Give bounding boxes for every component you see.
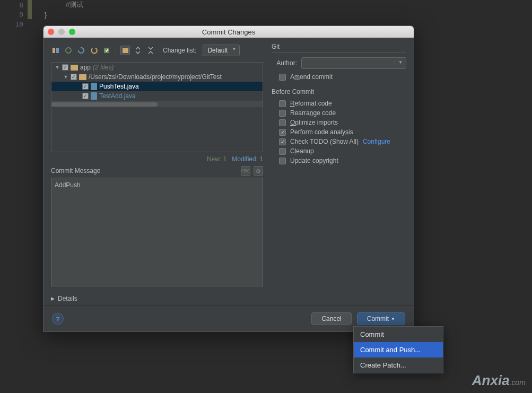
checkbox[interactable]: [279, 138, 286, 145]
commit-button[interactable]: Commit▼: [357, 312, 405, 325]
opt-label: Perform code analysis: [290, 128, 353, 136]
chevron-right-icon: ▶: [51, 296, 55, 301]
revert-icon[interactable]: [89, 46, 99, 55]
cancel-button[interactable]: Cancel: [311, 312, 351, 325]
checkbox[interactable]: ✓: [82, 83, 89, 90]
checkbox[interactable]: [279, 74, 286, 81]
configure-link[interactable]: Configure: [363, 138, 390, 145]
tree-label: app: [80, 64, 91, 71]
details-toggle[interactable]: ▶ Details: [51, 295, 263, 302]
commit-message-label: Commit Message: [51, 167, 100, 174]
code-comment: //测试: [45, 0, 83, 10]
menu-item-commit[interactable]: Commit: [354, 327, 443, 342]
author-combo[interactable]: [301, 57, 406, 69]
opt-label: Rearrange code: [290, 109, 336, 117]
svg-point-2: [66, 48, 71, 53]
expand-all-icon[interactable]: [133, 46, 143, 55]
commit-message-input[interactable]: [51, 178, 263, 286]
svg-rect-3: [104, 48, 109, 53]
amend-label: Amend commit: [290, 73, 333, 81]
checkbox[interactable]: [279, 100, 286, 107]
line-num: 9: [0, 11, 28, 19]
checkbox[interactable]: ✓: [62, 64, 68, 71]
line-num: 10: [0, 20, 28, 28]
checkbox[interactable]: [279, 119, 286, 126]
code-brace: }: [45, 10, 83, 19]
svg-rect-1: [56, 48, 59, 53]
tree-file[interactable]: ✓ TestAdd.java: [51, 91, 263, 101]
changelist-select[interactable]: Default: [203, 45, 240, 56]
changelist-label: Change list:: [163, 47, 196, 54]
menu-item-create-patch[interactable]: Create Patch...: [354, 357, 443, 373]
tree-file[interactable]: ✓ PushTest.java: [51, 82, 263, 91]
history-icon[interactable]: ◷: [254, 166, 263, 176]
tree-label: PushTest.java: [99, 83, 139, 90]
opt-label: Reformat code: [290, 100, 332, 107]
file-count: (2 files): [93, 64, 114, 71]
chevron-down-icon[interactable]: ▼: [55, 65, 60, 70]
svg-rect-0: [53, 48, 55, 53]
commit-menu: Commit Commit and Push... Create Patch..…: [353, 326, 443, 373]
commit-dialog: Commit Changes Change list: Default ▼ ✓: [43, 25, 414, 332]
folder-icon: [71, 65, 78, 71]
file-tree[interactable]: ▼ ✓ app (2 files) ▼ ✓ /Users/zsl/Downloa…: [51, 62, 263, 152]
line-num: 8: [0, 1, 28, 9]
checkbox[interactable]: ✓: [71, 74, 77, 80]
checkbox[interactable]: [279, 110, 286, 117]
checkbox[interactable]: [279, 158, 286, 164]
chevron-down-icon[interactable]: ▼: [63, 74, 68, 80]
watermark: Anxia.com: [472, 372, 526, 389]
checkbox[interactable]: [279, 148, 286, 155]
tree-label: TestAdd.java: [99, 92, 136, 100]
new-changelist-icon[interactable]: [102, 46, 111, 55]
tree-root[interactable]: ▼ ✓ app (2 files): [51, 63, 263, 72]
opt-label: Cleanup: [290, 147, 314, 155]
tree-path[interactable]: ▼ ✓ /Users/zsl/Downloads/project/myproje…: [51, 72, 263, 82]
java-file-icon: [91, 83, 97, 90]
move-to-changelist-icon[interactable]: [64, 46, 73, 55]
refresh-icon[interactable]: [76, 46, 86, 55]
show-diff-icon[interactable]: [51, 46, 60, 55]
folder-icon: [79, 74, 86, 80]
before-commit-header: Before Commit: [272, 88, 406, 95]
menu-item-commit-push[interactable]: Commit and Push...: [354, 342, 443, 357]
opt-label: Optimize imports: [290, 119, 338, 126]
opt-label: Update copyright: [290, 157, 338, 164]
dialog-title: Commit Changes: [43, 28, 414, 36]
opt-label: Check TODO (Show All): [290, 138, 359, 145]
help-button[interactable]: ?: [52, 313, 64, 325]
checkbox[interactable]: ✓: [82, 93, 89, 99]
toolbar: Change list: Default: [51, 43, 263, 58]
checkbox[interactable]: [279, 129, 286, 136]
titlebar: Commit Changes: [43, 26, 414, 38]
author-label: Author:: [272, 59, 297, 67]
collapse-all-icon[interactable]: [146, 46, 155, 55]
svg-rect-4: [123, 48, 128, 53]
group-by-directory-icon[interactable]: [120, 46, 130, 55]
tree-label: /Users/zsl/Downloads/project/myproject/G…: [89, 73, 222, 81]
status-line: New: 1 Modified: 1: [51, 155, 263, 163]
tree-scrollbar[interactable]: [51, 101, 263, 107]
java-file-icon: [91, 92, 97, 100]
spellcheck-icon[interactable]: ABC: [241, 166, 250, 176]
git-section-header: Git: [272, 43, 406, 53]
chevron-down-icon: ▼: [391, 317, 395, 321]
